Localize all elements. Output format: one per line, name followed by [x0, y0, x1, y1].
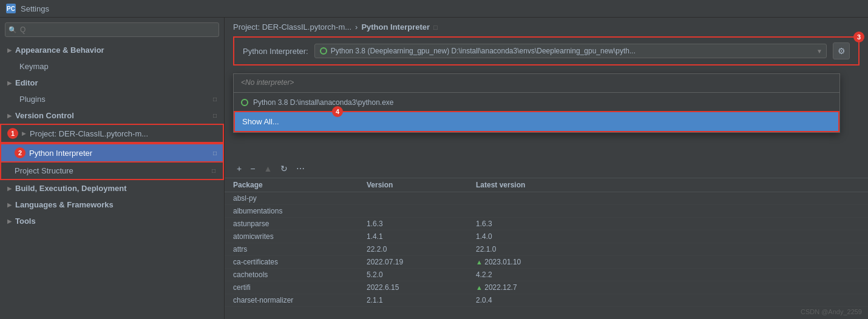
py38-status-icon: [241, 99, 248, 106]
pkg-name: albumentations: [233, 207, 367, 215]
copy-icon[interactable]: □: [433, 24, 438, 31]
dropdown-option-no-interpreter[interactable]: <No interpreter>: [234, 74, 839, 91]
sidebar-item-languages[interactable]: ▶ Languages & Frameworks: [0, 196, 224, 213]
pkg-latest: 1.6.3: [476, 220, 860, 228]
badge-1: 1: [7, 128, 18, 139]
expand-arrow: ▶: [7, 47, 12, 53]
packages-toolbar: + − ▲ ↻ ⋯: [225, 160, 868, 178]
packages-table[interactable]: Package Version Latest version absl-py a…: [225, 178, 868, 319]
sidebar-item-keymap[interactable]: Keymap: [0, 58, 224, 75]
settings-window: PC Settings 🔍 ▶ Appearance & Behavior Ke…: [0, 0, 868, 319]
sidebar-item-label: Project: DER-ClassIL.pytorch-m...: [30, 129, 148, 138]
sidebar-item-editor[interactable]: ▶ Editor: [0, 75, 224, 91]
pi-icon: □: [213, 150, 217, 156]
py38-label: Python 3.8 D:\install\anaconda3\python.e…: [253, 98, 394, 107]
sidebar-item-label: Editor: [15, 78, 38, 87]
table-row[interactable]: attrs 22.2.0 22.1.0: [225, 243, 868, 256]
pkg-version: 1.6.3: [367, 220, 476, 228]
pkg-version: [367, 194, 476, 203]
vc-icon: □: [213, 112, 217, 119]
sidebar-item-label: Version Control: [15, 111, 74, 120]
badge-3: 3: [853, 32, 864, 42]
sidebar-item-tools[interactable]: ▶ Tools: [0, 213, 224, 229]
table-row[interactable]: astunparse 1.6.3 1.6.3: [225, 218, 868, 230]
breadcrumb-page: Python Interpreter: [361, 22, 430, 32]
sidebar-item-project-header[interactable]: 1 ▶ Project: DER-ClassIL.pytorch-m...: [0, 124, 224, 143]
gear-button[interactable]: ⚙: [833, 42, 850, 59]
breadcrumb-project: Project: DER-ClassIL.pytorch-m...: [233, 22, 351, 32]
pkg-name: cachetools: [233, 270, 367, 279]
search-input[interactable]: [5, 22, 219, 37]
pkg-latest: 22.1.0: [476, 245, 860, 254]
pkg-version: 2.1.1: [367, 296, 476, 304]
expand-arrow: ▶: [7, 80, 12, 86]
pkg-version: 5.2.0: [367, 270, 476, 279]
sidebar-item-label: Languages & Frameworks: [15, 200, 114, 209]
dropdown-option-show-all[interactable]: Show All... 4: [234, 111, 839, 132]
sidebar-item-build[interactable]: ▶ Build, Execution, Deployment: [0, 180, 224, 196]
expand-arrow: ▶: [7, 218, 12, 224]
table-row[interactable]: certifi 2022.6.15 ▲ 2022.12.7: [225, 281, 868, 294]
move-up-button[interactable]: ▲: [260, 162, 276, 175]
sidebar-item-label: Tools: [15, 217, 36, 226]
plugin-icon: □: [213, 96, 217, 102]
pkg-latest: 1.4.0: [476, 232, 860, 241]
expand-arrow: ▶: [7, 113, 12, 119]
dropdown-chevron-icon: ▼: [816, 48, 822, 55]
sidebar-item-plugins[interactable]: Plugins □: [0, 91, 224, 107]
interpreter-dropdown[interactable]: Python 3.8 (Deeplearning_gpu_new) D:\ins…: [314, 44, 827, 58]
interpreter-row: Python Interpreter: Python 3.8 (Deeplear…: [233, 36, 860, 65]
interpreter-label: Python Interpreter:: [243, 47, 308, 56]
table-row[interactable]: albumentations: [225, 205, 868, 218]
pkg-latest: ▲ 2023.01.10: [476, 258, 860, 266]
no-interpreter-label: <No interpreter>: [241, 78, 294, 87]
interpreter-selected-text: Python 3.8 (Deeplearning_gpu_new) D:\ins…: [331, 47, 636, 55]
pkg-name: attrs: [233, 245, 367, 254]
show-all-label: Show All...: [242, 117, 279, 126]
col-version: Version: [367, 181, 476, 189]
pkg-latest: ▲ 2022.12.7: [476, 283, 860, 292]
search-icon: 🔍: [8, 26, 17, 34]
remove-package-button[interactable]: −: [246, 162, 259, 175]
sidebar-item-version-control[interactable]: ▶ Version Control □: [0, 107, 224, 124]
sidebar-item-python-interpreter[interactable]: 2 Python Interpreter □: [0, 143, 224, 163]
sidebar-item-label: Plugins: [19, 95, 46, 104]
interpreter-dropdown-popup: <No interpreter> Python 3.8 D:\install\a…: [233, 73, 840, 133]
sidebar-item-label: Keymap: [19, 62, 49, 71]
title-bar: PC Settings: [0, 0, 868, 18]
more-button[interactable]: ⋯: [293, 162, 308, 175]
table-row[interactable]: charset-normalizer 2.1.1 2.0.4: [225, 294, 868, 307]
dropdown-option-python38[interactable]: Python 3.8 D:\install\anaconda3\python.e…: [234, 94, 839, 111]
pkg-version: 2022.6.15: [367, 283, 476, 292]
search-box[interactable]: 🔍: [5, 22, 219, 37]
table-row[interactable]: absl-py: [225, 192, 868, 205]
pkg-name: charset-normalizer: [233, 296, 367, 304]
sidebar-item-label: Appearance & Behavior: [15, 45, 104, 55]
badge-4: 4: [332, 106, 343, 117]
table-row[interactable]: ca-certificates 2022.07.19 ▲ 2023.01.10: [225, 256, 868, 269]
app-icon: PC: [6, 4, 16, 13]
pkg-version: 2022.07.19: [367, 258, 476, 266]
table-row[interactable]: cachetools 5.2.0 4.2.2: [225, 269, 868, 281]
content-area: 🔍 ▶ Appearance & Behavior Keymap ▶ Edito…: [0, 18, 868, 319]
breadcrumb-sep: ›: [355, 22, 358, 32]
sidebar-item-label: Project Structure: [15, 166, 73, 175]
col-package: Package: [233, 181, 367, 189]
col-latest: Latest version: [476, 181, 860, 189]
badge-2: 2: [15, 147, 25, 158]
table-row[interactable]: atomicwrites 1.4.1 1.4.0: [225, 230, 868, 243]
pkg-name: ca-certificates: [233, 258, 367, 266]
breadcrumb: Project: DER-ClassIL.pytorch-m... › Pyth…: [225, 18, 868, 36]
pkg-name: certifi: [233, 283, 367, 292]
sidebar-item-label: Build, Execution, Deployment: [15, 184, 126, 193]
expand-arrow: ▶: [7, 202, 12, 208]
sidebar-item-label: Python Interpreter: [29, 149, 92, 158]
expand-arrow: ▶: [22, 130, 26, 136]
table-header: Package Version Latest version: [225, 178, 868, 192]
sidebar-item-appearance[interactable]: ▶ Appearance & Behavior: [0, 42, 224, 58]
sidebar-item-project-structure[interactable]: Project Structure □: [0, 163, 224, 180]
pkg-version: [367, 207, 476, 215]
add-package-button[interactable]: +: [233, 162, 245, 175]
refresh-button[interactable]: ↻: [277, 162, 291, 175]
ps-icon: □: [212, 167, 215, 174]
